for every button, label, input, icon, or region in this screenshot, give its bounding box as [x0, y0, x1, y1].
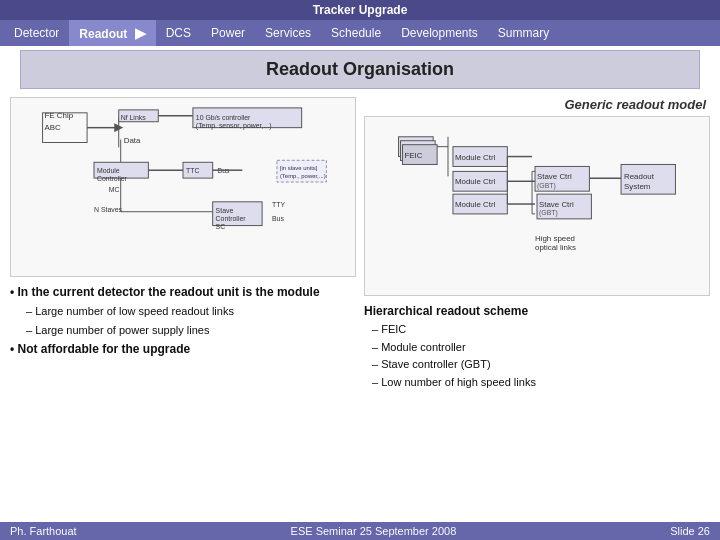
svg-text:N Staves: N Staves [94, 206, 123, 213]
svg-text:High speed: High speed [535, 234, 575, 243]
svg-text:Data: Data [124, 136, 141, 145]
svg-text:Bus: Bus [272, 215, 284, 222]
svg-text:Controller: Controller [216, 215, 247, 222]
svg-text:Module Ctrl: Module Ctrl [455, 177, 496, 186]
svg-text:TTC: TTC [186, 167, 199, 174]
bullet-sub-2: – Large number of power supply lines [10, 322, 356, 339]
nav-dcs[interactable]: DCS [156, 21, 201, 45]
svg-text:(Temp. sensor, power,...): (Temp. sensor, power,...) [196, 122, 272, 130]
svg-text:Controller: Controller [97, 175, 128, 182]
svg-text:Stave Ctrl: Stave Ctrl [539, 200, 574, 209]
bullet-main-1: • In the current detector the readout un… [10, 283, 356, 301]
svg-text:FEIC: FEIC [404, 151, 422, 160]
svg-text:System: System [624, 182, 651, 191]
svg-text:(GBT): (GBT) [539, 209, 558, 217]
svg-text:Stave: Stave [216, 207, 234, 214]
nav-power[interactable]: Power [201, 21, 255, 45]
footer-slide: Slide 26 [670, 525, 710, 537]
right-diagram-svg: FEIC FEIC FEIC Module Ctrl [365, 117, 709, 295]
right-bullet-1: – FEIC [372, 321, 710, 339]
nav-developments[interactable]: Developments [391, 21, 488, 45]
title-text: Tracker Upgrade [313, 3, 408, 17]
nav-detector[interactable]: Detector [4, 21, 69, 45]
svg-text:ABC: ABC [45, 123, 62, 132]
right-bullets-title: Hierarchical readout scheme [364, 302, 710, 321]
bullet-main-2: • Not affordable for the upgrade [10, 340, 356, 358]
svg-text:Module: Module [97, 167, 120, 174]
right-bullets: Hierarchical readout scheme – FEIC – Mod… [364, 302, 710, 392]
footer: Ph. Farthouat ESE Seminar 25 September 2… [0, 522, 720, 540]
left-diagram: FE Chip ABC TTC Data Nf Links [10, 97, 356, 277]
right-bullet-3: – Stave controller (GBT) [372, 356, 710, 374]
footer-event: ESE Seminar 25 September 2008 [291, 525, 457, 537]
left-bullets: • In the current detector the readout un… [10, 283, 356, 360]
right-diagram: FEIC FEIC FEIC Module Ctrl [364, 116, 710, 296]
svg-text:10 Gb/s controller: 10 Gb/s controller [196, 114, 251, 121]
svg-text:Readout: Readout [624, 172, 655, 181]
nav-summary[interactable]: Summary [488, 21, 559, 45]
main-content: FE Chip ABC TTC Data Nf Links [0, 93, 720, 483]
left-diagram-svg: FE Chip ABC TTC Data Nf Links [11, 98, 355, 276]
footer-author: Ph. Farthouat [10, 525, 77, 537]
left-column: FE Chip ABC TTC Data Nf Links [10, 97, 356, 479]
svg-text:Stave Ctrl: Stave Ctrl [537, 172, 572, 181]
svg-text:Module Ctrl: Module Ctrl [455, 200, 496, 209]
right-bullet-2: – Module controller [372, 339, 710, 357]
right-bullets-list: – FEIC – Module controller – Stave contr… [364, 321, 710, 391]
right-column: Generic readout model FEIC FEIC FEIC [364, 97, 710, 479]
title-bar: Tracker Upgrade [0, 0, 720, 20]
svg-text:Nf Links: Nf Links [121, 114, 146, 121]
svg-text:TTY: TTY [272, 201, 285, 208]
svg-text:SC: SC [216, 223, 226, 230]
svg-text:FE Chip: FE Chip [45, 111, 74, 120]
nav-arrow: ▶ [135, 25, 146, 41]
two-col-layout: FE Chip ABC TTC Data Nf Links [10, 97, 710, 479]
svg-text:[in slave units]: [in slave units] [280, 165, 318, 171]
nav-services[interactable]: Services [255, 21, 321, 45]
svg-text:optical links: optical links [535, 244, 576, 253]
svg-text:Module Ctrl: Module Ctrl [455, 153, 496, 162]
section-heading: Readout Organisation [20, 50, 700, 89]
svg-text:(GBT): (GBT) [537, 182, 556, 190]
bullet-sub-1: – Large number of low speed readout link… [10, 303, 356, 320]
nav-bar: Detector Readout ▶ DCS Power Services Sc… [0, 20, 720, 46]
right-bullet-4: – Low number of high speed links [372, 374, 710, 392]
nav-schedule[interactable]: Schedule [321, 21, 391, 45]
svg-text:(Temp., power,...): (Temp., power,...) [280, 173, 326, 179]
generic-model-label: Generic readout model [364, 97, 710, 112]
svg-text:MC: MC [109, 186, 120, 193]
nav-readout[interactable]: Readout ▶ [69, 20, 155, 46]
